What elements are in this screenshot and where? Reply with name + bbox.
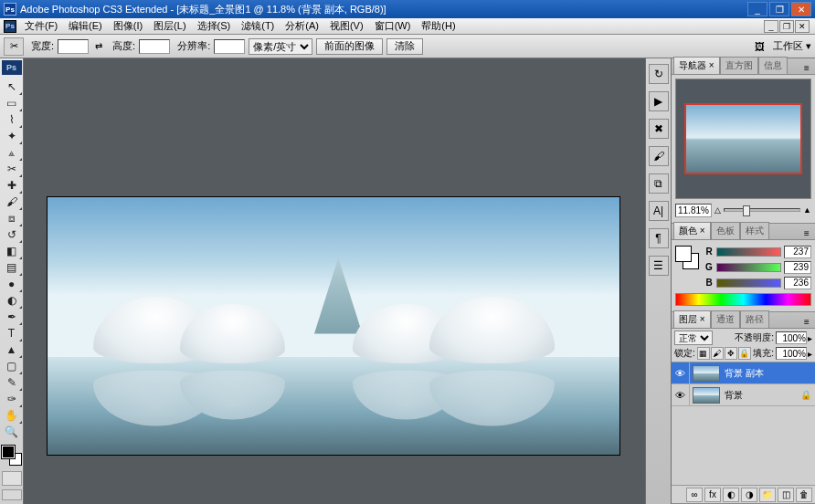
lock-all-icon[interactable]: 🔒 [738, 347, 751, 360]
pen-tool[interactable]: ✒ [2, 309, 22, 325]
zoom-out-icon[interactable]: △ [714, 205, 721, 215]
slider-r[interactable] [716, 247, 781, 257]
dock-tool-presets-icon[interactable]: ✖ [649, 119, 669, 139]
tab-styles[interactable]: 样式 [740, 222, 769, 239]
tab-histogram[interactable]: 直方图 [720, 57, 758, 74]
tab-channels[interactable]: 通道 [711, 310, 740, 328]
bridge-icon[interactable]: 🖼 [751, 38, 769, 55]
gradient-tool[interactable]: ▤ [2, 259, 22, 276]
value-r-input[interactable] [784, 246, 811, 258]
clear-button[interactable]: 清除 [386, 38, 423, 55]
close-button[interactable]: ✕ [791, 2, 811, 16]
layer-group-button[interactable]: 📁 [759, 488, 776, 502]
tab-paths[interactable]: 路径 [740, 310, 769, 328]
layer-thumbnail[interactable] [693, 365, 720, 382]
stamp-tool[interactable]: ⧈ [2, 210, 22, 226]
visibility-icon[interactable]: 👁 [672, 384, 690, 405]
shape-tool[interactable]: ▢ [2, 358, 22, 374]
hand-tool[interactable]: ✋ [2, 407, 22, 424]
doc-minimize-button[interactable]: _ [764, 20, 778, 33]
lock-position-icon[interactable]: ✥ [725, 347, 737, 360]
menu-view[interactable]: 视图(V) [324, 17, 369, 35]
dock-character-icon[interactable]: A| [649, 201, 669, 221]
width-input[interactable] [58, 39, 89, 54]
dodge-tool[interactable]: ◐ [2, 292, 22, 309]
value-g-input[interactable] [784, 261, 811, 274]
screen-mode-buttons[interactable] [2, 489, 22, 500]
wand-tool[interactable]: ✦ [2, 128, 22, 144]
lock-pixels-icon[interactable]: 🖌 [711, 347, 724, 360]
tab-layers[interactable]: 图层 × [673, 310, 711, 328]
menu-image[interactable]: 图像(I) [108, 17, 148, 35]
layer-style-button[interactable]: fx [704, 488, 721, 502]
lasso-tool[interactable]: ⌇ [2, 111, 22, 128]
dock-actions-icon[interactable]: ▶ [649, 91, 669, 111]
move-tool[interactable]: ↖ [2, 79, 22, 95]
foreground-color-swatch[interactable] [2, 446, 15, 458]
link-layers-button[interactable]: ∞ [686, 488, 703, 502]
tab-swatches[interactable]: 色板 [711, 222, 740, 239]
dock-brushes-icon[interactable]: 🖌 [649, 146, 669, 166]
new-layer-button[interactable]: ◫ [778, 488, 794, 502]
tab-navigator[interactable]: 导航器 × [673, 57, 720, 74]
zoom-tool[interactable]: 🔍 [2, 424, 22, 440]
document-canvas[interactable] [48, 197, 619, 455]
layer-row[interactable]: 👁 背景 🔒 [672, 384, 815, 406]
layer-name[interactable]: 背景 副本 [723, 367, 800, 380]
menu-select[interactable]: 选择(S) [192, 17, 237, 35]
dock-paragraph-icon[interactable]: ¶ [649, 228, 669, 248]
opacity-dropdown-icon[interactable]: ▸ [808, 333, 812, 343]
navigator-menu-icon[interactable]: ≡ [800, 61, 813, 74]
eyedropper-tool[interactable]: ✑ [2, 391, 22, 407]
path-select-tool[interactable]: ▲ [2, 341, 22, 358]
menu-window[interactable]: 窗口(W) [369, 17, 417, 35]
visibility-icon[interactable]: 👁 [672, 362, 690, 383]
delete-layer-button[interactable]: 🗑 [796, 488, 812, 502]
zoom-slider[interactable] [724, 208, 800, 212]
menu-filter[interactable]: 滤镜(T) [236, 17, 280, 35]
navigator-thumbnail[interactable] [675, 79, 811, 199]
front-image-button[interactable]: 前面的图像 [316, 38, 383, 55]
opacity-input[interactable] [776, 331, 807, 344]
color-picker-swatches[interactable] [675, 246, 699, 269]
menu-edit[interactable]: 编辑(E) [63, 17, 108, 35]
heal-tool[interactable]: ✚ [2, 177, 22, 194]
fill-input[interactable] [776, 347, 807, 360]
height-input[interactable] [139, 39, 170, 54]
maximize-button[interactable]: ❐ [769, 2, 789, 16]
canvas-area[interactable] [24, 58, 645, 504]
adjustment-layer-button[interactable]: ◑ [741, 488, 757, 502]
lock-transparency-icon[interactable]: ▦ [697, 347, 710, 360]
color-swatches[interactable] [2, 446, 22, 466]
doc-close-button[interactable]: ✕ [795, 20, 810, 33]
type-tool[interactable]: T [2, 325, 22, 341]
value-b-input[interactable] [784, 277, 811, 289]
swap-icon[interactable]: ⇄ [92, 40, 105, 53]
unit-select[interactable]: 像素/英寸 [249, 38, 312, 55]
layer-mask-button[interactable]: ◐ [723, 488, 739, 502]
brush-tool[interactable]: 🖌 [2, 194, 22, 210]
eraser-tool[interactable]: ◧ [2, 243, 22, 259]
color-spectrum[interactable] [675, 293, 811, 306]
crop-tool-icon[interactable]: ✂ [4, 37, 24, 56]
minimize-button[interactable]: _ [747, 2, 767, 16]
layer-row[interactable]: 👁 背景 副本 [672, 362, 815, 384]
workspace-dropdown[interactable]: 工作区 ▾ [773, 39, 811, 53]
menu-file[interactable]: 文件(F) [19, 17, 63, 35]
blend-mode-select[interactable]: 正常 [674, 331, 713, 345]
layers-menu-icon[interactable]: ≡ [800, 315, 813, 328]
history-brush-tool[interactable]: ↺ [2, 226, 22, 243]
slice-tool[interactable]: ✂ [2, 161, 22, 177]
menu-help[interactable]: 帮助(H) [416, 17, 460, 35]
fill-dropdown-icon[interactable]: ▸ [808, 349, 812, 359]
layer-name[interactable]: 背景 [723, 389, 800, 402]
marquee-tool[interactable]: ▭ [2, 95, 22, 111]
slider-b[interactable] [716, 278, 781, 288]
fg-swatch[interactable] [675, 246, 692, 262]
slider-g[interactable] [716, 263, 781, 272]
crop-tool[interactable]: ⟁ [2, 144, 22, 161]
zoom-value-input[interactable] [675, 204, 712, 217]
notes-tool[interactable]: ✎ [2, 374, 22, 391]
navigator-view-box[interactable] [684, 103, 802, 174]
zoom-in-icon[interactable]: ▲ [803, 205, 811, 215]
